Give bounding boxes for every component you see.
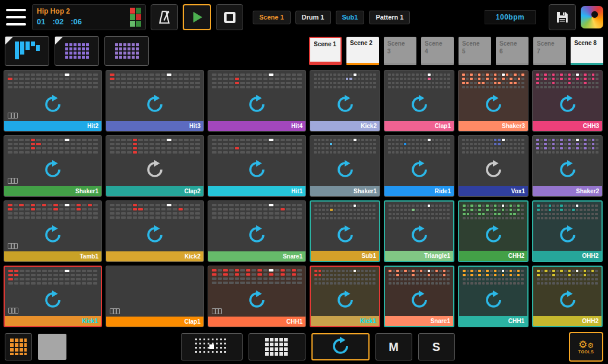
step-segment: [564, 78, 567, 80]
loop-mode-button[interactable]: [311, 333, 370, 360]
step-segment: [71, 204, 75, 206]
pad-chh2[interactable]: CHH2: [458, 200, 529, 262]
blank-pad-button[interactable]: [38, 334, 66, 360]
step-segment: [333, 86, 336, 88]
pad-kick2[interactable]: Kick2: [106, 200, 204, 262]
seq-row: [110, 143, 200, 145]
step-segment: [517, 270, 520, 272]
pad-chh1[interactable]: CHH1: [458, 266, 529, 327]
seq-row: [462, 151, 524, 154]
pad-kick1[interactable]: Kick1: [310, 266, 380, 327]
step-segment: [428, 278, 431, 280]
scene-tab-4[interactable]: Scene 4: [421, 37, 454, 65]
pad-hit4[interactable]: Hit4: [208, 70, 306, 132]
step-display: [385, 202, 453, 221]
step-segment: [518, 86, 521, 88]
song-info-panel[interactable]: Hip Hop 2 01 :02 :06: [32, 4, 146, 30]
pad-clap1[interactable]: Clap1: [106, 266, 204, 327]
pattern-select-button[interactable]: Pattern 1: [369, 11, 410, 24]
mute-button[interactable]: M: [375, 333, 412, 360]
pad-label-bar: Kick1: [311, 316, 379, 326]
pad-kick1[interactable]: Kick1: [4, 266, 102, 327]
pad-ohh2[interactable]: OHH2: [532, 200, 603, 262]
play-button[interactable]: [183, 4, 211, 30]
scene-select-button[interactable]: Scene 1: [253, 11, 291, 24]
track-button-3[interactable]: [104, 36, 149, 66]
pad-view-button[interactable]: [5, 333, 32, 360]
save-button[interactable]: [549, 4, 576, 30]
step-segment: [281, 208, 285, 210]
solo-button[interactable]: S: [418, 333, 455, 360]
pad-vox1[interactable]: Vox1: [458, 135, 529, 197]
step-segment: [408, 82, 410, 84]
step-segment: [510, 274, 512, 276]
step-segment: [110, 82, 114, 84]
step-segment: [26, 270, 30, 272]
grid-view-button[interactable]: [249, 333, 305, 360]
pad-ride1[interactable]: Ride1: [384, 135, 454, 197]
step-segment: [229, 78, 234, 80]
step-segment: [59, 78, 64, 80]
step-segment: [373, 143, 376, 145]
pad-shaker1[interactable]: Shaker1: [4, 135, 102, 197]
scene-tab-2[interactable]: Scene 2: [346, 37, 379, 65]
pad-tamb1[interactable]: Tamb1: [4, 200, 102, 262]
scene-tab-1[interactable]: Scene 1: [309, 37, 342, 65]
step-segment: [482, 86, 485, 88]
metronome-button[interactable]: [151, 4, 178, 30]
pad-hit3[interactable]: Hit3: [106, 70, 204, 132]
pad-ohh2[interactable]: OHH2: [532, 266, 603, 327]
pad-clap2[interactable]: Clap2: [106, 135, 204, 197]
step-segment: [564, 270, 567, 272]
pad-hit1[interactable]: Hit1: [208, 135, 306, 197]
step-display: [310, 136, 380, 155]
scene-tab-5[interactable]: Scene 5: [459, 37, 491, 65]
step-segment: [292, 147, 297, 149]
step-pattern-view-button[interactable]: [181, 333, 243, 360]
scene-tab-6[interactable]: Scene 6: [496, 37, 529, 65]
step-segment: [14, 216, 18, 219]
step-segment: [338, 147, 340, 149]
step-segment: [544, 86, 547, 88]
step-segment: [521, 86, 524, 88]
step-segment: [408, 274, 411, 276]
pad-hit2[interactable]: Hit2: [4, 70, 102, 132]
scene-tab-3[interactable]: Scene 3: [384, 37, 416, 65]
step-segment: [361, 282, 364, 285]
step-segment: [292, 277, 297, 280]
step-segment: [179, 208, 183, 210]
pad-shaker3[interactable]: Shaker3: [458, 70, 529, 132]
step-segment: [349, 282, 352, 285]
pad-shaker2[interactable]: Shaker2: [532, 135, 603, 197]
step-segment: [416, 147, 419, 149]
step-segment: [116, 78, 120, 80]
pad-snare1[interactable]: Snare1: [208, 200, 306, 262]
menu-button[interactable]: [5, 7, 27, 27]
pad-snare1[interactable]: Snare1: [384, 266, 454, 327]
track-select-button[interactable]: Drum 1: [295, 11, 331, 24]
step-segment: [412, 213, 415, 215]
scene-tab-8[interactable]: Scene 8: [571, 37, 603, 65]
app-logo-icon[interactable]: [581, 6, 603, 28]
track-button-1[interactable]: [5, 36, 49, 66]
step-segment: [59, 274, 64, 276]
pad-chh1[interactable]: CHH1: [208, 266, 306, 327]
step-segment: [354, 217, 356, 219]
bpm-display[interactable]: 100bpm: [485, 10, 536, 24]
sound-select-button[interactable]: Sub1: [336, 11, 365, 24]
pad-sub1[interactable]: Sub1: [310, 200, 380, 262]
track-button-2[interactable]: [55, 36, 99, 66]
pad-triangle1[interactable]: Triangle1: [384, 200, 454, 262]
pad-clap1[interactable]: Clap1: [384, 70, 454, 132]
step-segment: [59, 151, 64, 154]
step-segment: [110, 74, 114, 76]
pad-shaker1[interactable]: Shaker1: [310, 135, 380, 197]
pad-kick2[interactable]: Kick2: [310, 70, 380, 132]
scene-tab-7[interactable]: Scene 7: [533, 37, 566, 65]
pad-chh3[interactable]: CHH3: [532, 70, 603, 132]
stop-button[interactable]: [216, 4, 243, 30]
tools-button[interactable]: ⚙⚙ TOOLS: [569, 332, 603, 362]
step-segment: [229, 282, 234, 284]
step-segment: [127, 143, 132, 145]
step-segment: [65, 139, 69, 141]
